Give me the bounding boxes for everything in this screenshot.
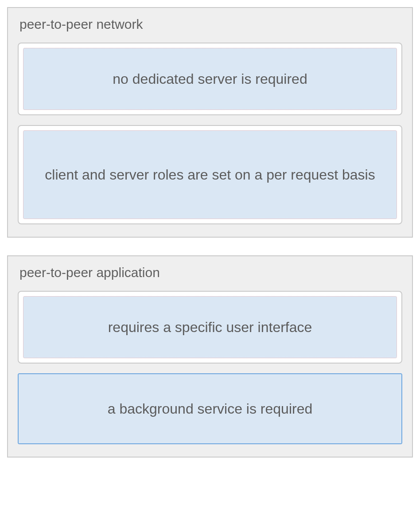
card-text: no dedicated server is required (23, 48, 397, 110)
group-peer-to-peer-application: peer-to-peer application requires a spec… (7, 255, 413, 458)
card-text: requires a specific user interface (23, 296, 397, 358)
draggable-card-selected[interactable]: a background service is required (18, 373, 402, 444)
card-text: a background service is required (19, 374, 401, 443)
draggable-card[interactable]: no dedicated server is required (18, 43, 402, 115)
group-title: peer-to-peer application (19, 265, 402, 280)
draggable-card[interactable]: requires a specific user interface (18, 291, 402, 364)
draggable-card[interactable]: client and server roles are set on a per… (18, 125, 402, 224)
group-peer-to-peer-network: peer-to-peer network no dedicated server… (7, 7, 413, 238)
group-title: peer-to-peer network (19, 17, 402, 32)
card-text: client and server roles are set on a per… (23, 130, 397, 219)
